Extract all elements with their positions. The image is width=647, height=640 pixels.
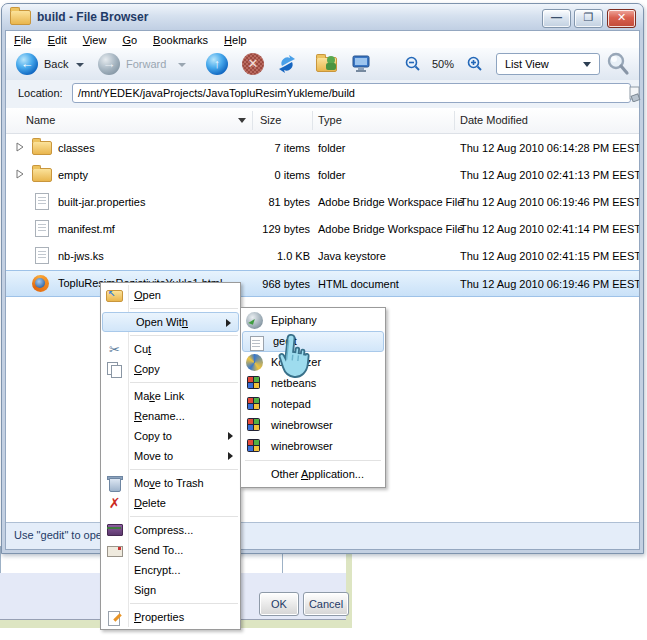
- menu-item-properties[interactable]: Properties: [101, 607, 240, 627]
- properties-icon: [106, 609, 123, 626]
- location-clear-icon[interactable]: [628, 86, 642, 104]
- menu-item-rename[interactable]: Rename...: [101, 406, 240, 426]
- column-header-date-modified[interactable]: Date Modified: [460, 114, 528, 126]
- windows-app-icon: [247, 418, 260, 431]
- menu-separator: [130, 335, 238, 336]
- forward-label: Forward: [126, 58, 166, 70]
- menu-item-open[interactable]: Open: [101, 285, 240, 305]
- menu-separator: [245, 460, 381, 461]
- location-label: Location:: [18, 87, 63, 99]
- menu-item-sign[interactable]: Sign: [101, 580, 240, 600]
- menu-item-delete[interactable]: ✗ Delete: [101, 493, 240, 513]
- menu-item-encrypt[interactable]: Encrypt...: [101, 560, 240, 580]
- toolbar: ← Back → Forward ↑ ✕: [6, 48, 639, 81]
- windows-app-icon: [247, 376, 260, 389]
- menu-item-cut[interactable]: ✂ Cut: [101, 339, 240, 359]
- menu-item-netbeans[interactable]: netbeans: [241, 373, 385, 394]
- forward-dropdown-caret: [178, 63, 186, 67]
- file-size: 0 items: [228, 169, 310, 181]
- menu-item-move-to[interactable]: Move to: [101, 446, 240, 466]
- close-button[interactable]: ✕: [607, 9, 636, 28]
- back-dropdown-caret[interactable]: [76, 63, 84, 67]
- file-row-manifest[interactable]: manifest.mf 129 bytes Adobe Bridge Works…: [6, 216, 639, 243]
- up-icon[interactable]: ↑: [206, 53, 228, 75]
- file-name: manifest.mf: [58, 223, 115, 235]
- file-modified: Thu 12 Aug 2010 02:41:15 PM EEST: [460, 250, 639, 262]
- menu-edit[interactable]: Edit: [40, 32, 75, 48]
- menu-item-notepad[interactable]: notepad: [241, 394, 385, 415]
- menu-bookmarks[interactable]: Bookmarks: [145, 32, 216, 48]
- delete-icon: ✗: [106, 495, 123, 512]
- copy-icon: [106, 362, 123, 379]
- menu-item-make-link[interactable]: Make Link: [101, 386, 240, 406]
- hand-pointer-cursor: [277, 333, 311, 383]
- zoom-level: 50%: [432, 58, 454, 70]
- trash-icon: [106, 475, 123, 492]
- column-header-type[interactable]: Type: [318, 114, 342, 126]
- menu-item-other-application[interactable]: Other Application...: [241, 464, 385, 485]
- menu-view[interactable]: View: [75, 32, 115, 48]
- ok-button[interactable]: OK: [259, 592, 299, 616]
- zoom-out-icon[interactable]: [404, 55, 422, 75]
- menu-item-copy[interactable]: Copy: [101, 359, 240, 379]
- firefox-icon: [32, 275, 49, 292]
- menu-item-copy-to[interactable]: Copy to: [101, 426, 240, 446]
- file-row-nb-jws[interactable]: nb-jws.ks 1.0 KB Java keystore Thu 12 Au…: [6, 243, 639, 270]
- archive-icon: [106, 524, 123, 541]
- reload-icon[interactable]: [276, 53, 298, 77]
- file-icon: [35, 247, 49, 264]
- forward-icon: →: [98, 53, 120, 75]
- minimize-button[interactable]: —: [542, 9, 571, 28]
- file-modified: Thu 12 Aug 2010 06:19:46 PM EEST: [460, 196, 639, 208]
- menu-item-winebrowser-2[interactable]: winebrowser: [241, 436, 385, 457]
- file-size: 7 items: [228, 142, 310, 154]
- column-header-name[interactable]: Name: [26, 114, 55, 126]
- location-input[interactable]: /mnt/YEDEK/javaProjects/JavaTopluResimYu…: [72, 83, 631, 103]
- expander-icon[interactable]: [16, 142, 24, 154]
- menu-item-kompozer[interactable]: Kompozer: [241, 352, 385, 373]
- computer-icon[interactable]: [351, 53, 373, 77]
- menu-separator: [130, 382, 238, 383]
- back-icon[interactable]: ←: [16, 53, 38, 75]
- menu-item-compress[interactable]: Compress...: [101, 520, 240, 540]
- window-title: build - File Browser: [37, 10, 148, 24]
- open-icon: [106, 290, 123, 302]
- menu-item-send-to[interactable]: Send To...: [101, 540, 240, 560]
- file-modified: Thu 12 Aug 2010 06:19:46 PM EEST: [460, 278, 639, 290]
- maximize-button[interactable]: ❐: [574, 9, 603, 28]
- menu-separator: [130, 516, 238, 517]
- column-header-size[interactable]: Size: [260, 114, 281, 126]
- back-label[interactable]: Back: [44, 58, 68, 70]
- search-icon[interactable]: [606, 52, 631, 79]
- view-mode-value: List View: [505, 58, 549, 70]
- menu-item-open-with[interactable]: Open With: [102, 312, 239, 332]
- menu-help[interactable]: Help: [216, 32, 255, 48]
- menu-separator: [130, 308, 238, 309]
- menu-item-move-to-trash[interactable]: Move to Trash: [101, 473, 240, 493]
- file-modified: Thu 12 Aug 2010 02:41:14 PM EEST: [460, 223, 639, 235]
- zoom-in-icon[interactable]: [466, 55, 484, 75]
- menubar: File Edit View Go Bookmarks Help: [6, 31, 639, 48]
- context-menu: Open Open With ✂ Cut Copy Make Link Rena…: [100, 282, 241, 630]
- menu-separator: [130, 603, 238, 604]
- file-row-empty[interactable]: empty 0 items folder Thu 12 Aug 2010 02:…: [6, 162, 639, 189]
- windows-app-icon: [247, 397, 260, 410]
- submenu-arrow-icon: [228, 452, 233, 460]
- menu-file[interactable]: File: [6, 32, 40, 48]
- file-name: empty: [58, 169, 88, 181]
- cancel-button[interactable]: Cancel: [303, 592, 349, 616]
- file-name: built-jar.properties: [58, 196, 145, 208]
- list-header: Name Size Type Date Modified: [6, 108, 639, 134]
- submenu-arrow-icon: [226, 319, 231, 327]
- expander-icon[interactable]: [16, 169, 24, 181]
- view-mode-dropdown[interactable]: List View: [496, 53, 600, 75]
- windows-app-icon: [247, 439, 260, 452]
- menu-item-epiphany[interactable]: Epiphany: [241, 310, 385, 331]
- file-icon: [35, 220, 49, 237]
- file-type: folder: [318, 169, 346, 181]
- file-row-classes[interactable]: classes 7 items folder Thu 12 Aug 2010 0…: [6, 135, 639, 162]
- sort-descending-icon: [238, 118, 246, 123]
- file-row-built-jar[interactable]: built-jar.properties 81 bytes Adobe Brid…: [6, 189, 639, 216]
- menu-item-winebrowser-1[interactable]: winebrowser: [241, 415, 385, 436]
- menu-go[interactable]: Go: [114, 32, 145, 48]
